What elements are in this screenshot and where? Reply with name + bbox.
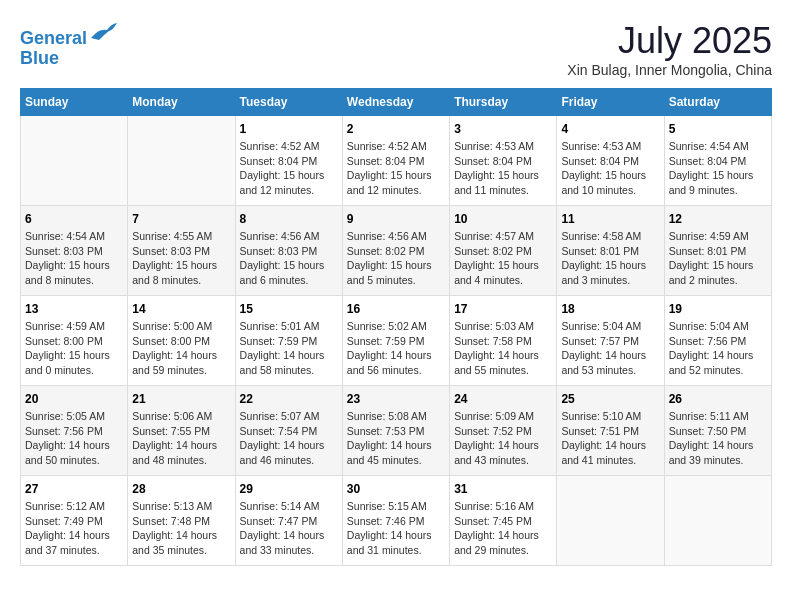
weekday-header-row: SundayMondayTuesdayWednesdayThursdayFrid… — [21, 89, 772, 116]
day-number: 7 — [132, 212, 230, 226]
day-number: 1 — [240, 122, 338, 136]
day-number: 12 — [669, 212, 767, 226]
day-info: Sunrise: 4:53 AMSunset: 8:04 PMDaylight:… — [454, 139, 552, 198]
calendar-cell: 2Sunrise: 4:52 AMSunset: 8:04 PMDaylight… — [342, 116, 449, 206]
day-number: 9 — [347, 212, 445, 226]
day-number: 22 — [240, 392, 338, 406]
day-number: 18 — [561, 302, 659, 316]
day-number: 3 — [454, 122, 552, 136]
day-info: Sunrise: 5:12 AMSunset: 7:49 PMDaylight:… — [25, 499, 123, 558]
day-info: Sunrise: 5:11 AMSunset: 7:50 PMDaylight:… — [669, 409, 767, 468]
weekday-header-thursday: Thursday — [450, 89, 557, 116]
calendar-cell: 15Sunrise: 5:01 AMSunset: 7:59 PMDayligh… — [235, 296, 342, 386]
calendar-cell: 4Sunrise: 4:53 AMSunset: 8:04 PMDaylight… — [557, 116, 664, 206]
day-number: 6 — [25, 212, 123, 226]
weekday-header-sunday: Sunday — [21, 89, 128, 116]
calendar-cell: 5Sunrise: 4:54 AMSunset: 8:04 PMDaylight… — [664, 116, 771, 206]
week-row-1: 1Sunrise: 4:52 AMSunset: 8:04 PMDaylight… — [21, 116, 772, 206]
week-row-2: 6Sunrise: 4:54 AMSunset: 8:03 PMDaylight… — [21, 206, 772, 296]
weekday-header-saturday: Saturday — [664, 89, 771, 116]
calendar-cell: 11Sunrise: 4:58 AMSunset: 8:01 PMDayligh… — [557, 206, 664, 296]
weekday-header-friday: Friday — [557, 89, 664, 116]
logo: GeneralBlue — [20, 20, 119, 69]
day-info: Sunrise: 4:53 AMSunset: 8:04 PMDaylight:… — [561, 139, 659, 198]
day-info: Sunrise: 5:14 AMSunset: 7:47 PMDaylight:… — [240, 499, 338, 558]
calendar-cell — [21, 116, 128, 206]
calendar-cell: 12Sunrise: 4:59 AMSunset: 8:01 PMDayligh… — [664, 206, 771, 296]
day-number: 30 — [347, 482, 445, 496]
day-number: 24 — [454, 392, 552, 406]
calendar-cell — [664, 476, 771, 566]
calendar-cell: 28Sunrise: 5:13 AMSunset: 7:48 PMDayligh… — [128, 476, 235, 566]
logo-text: GeneralBlue — [20, 20, 119, 69]
day-info: Sunrise: 5:04 AMSunset: 7:56 PMDaylight:… — [669, 319, 767, 378]
day-number: 23 — [347, 392, 445, 406]
day-info: Sunrise: 4:59 AMSunset: 8:01 PMDaylight:… — [669, 229, 767, 288]
page-header: GeneralBlue July 2025 Xin Bulag, Inner M… — [20, 20, 772, 78]
day-info: Sunrise: 4:56 AMSunset: 8:02 PMDaylight:… — [347, 229, 445, 288]
calendar-cell: 22Sunrise: 5:07 AMSunset: 7:54 PMDayligh… — [235, 386, 342, 476]
day-info: Sunrise: 5:08 AMSunset: 7:53 PMDaylight:… — [347, 409, 445, 468]
day-number: 31 — [454, 482, 552, 496]
calendar-cell: 25Sunrise: 5:10 AMSunset: 7:51 PMDayligh… — [557, 386, 664, 476]
calendar-cell: 1Sunrise: 4:52 AMSunset: 8:04 PMDaylight… — [235, 116, 342, 206]
day-number: 10 — [454, 212, 552, 226]
day-info: Sunrise: 4:59 AMSunset: 8:00 PMDaylight:… — [25, 319, 123, 378]
day-number: 25 — [561, 392, 659, 406]
calendar-cell: 13Sunrise: 4:59 AMSunset: 8:00 PMDayligh… — [21, 296, 128, 386]
calendar-cell — [128, 116, 235, 206]
calendar-cell: 8Sunrise: 4:56 AMSunset: 8:03 PMDaylight… — [235, 206, 342, 296]
calendar-cell: 16Sunrise: 5:02 AMSunset: 7:59 PMDayligh… — [342, 296, 449, 386]
day-info: Sunrise: 4:52 AMSunset: 8:04 PMDaylight:… — [347, 139, 445, 198]
day-info: Sunrise: 5:02 AMSunset: 7:59 PMDaylight:… — [347, 319, 445, 378]
calendar-cell: 31Sunrise: 5:16 AMSunset: 7:45 PMDayligh… — [450, 476, 557, 566]
calendar-cell: 10Sunrise: 4:57 AMSunset: 8:02 PMDayligh… — [450, 206, 557, 296]
calendar-cell: 27Sunrise: 5:12 AMSunset: 7:49 PMDayligh… — [21, 476, 128, 566]
calendar-cell: 3Sunrise: 4:53 AMSunset: 8:04 PMDaylight… — [450, 116, 557, 206]
day-number: 11 — [561, 212, 659, 226]
day-number: 20 — [25, 392, 123, 406]
day-number: 13 — [25, 302, 123, 316]
day-info: Sunrise: 5:05 AMSunset: 7:56 PMDaylight:… — [25, 409, 123, 468]
calendar-cell: 26Sunrise: 5:11 AMSunset: 7:50 PMDayligh… — [664, 386, 771, 476]
week-row-5: 27Sunrise: 5:12 AMSunset: 7:49 PMDayligh… — [21, 476, 772, 566]
day-number: 27 — [25, 482, 123, 496]
day-number: 15 — [240, 302, 338, 316]
calendar-cell: 30Sunrise: 5:15 AMSunset: 7:46 PMDayligh… — [342, 476, 449, 566]
week-row-4: 20Sunrise: 5:05 AMSunset: 7:56 PMDayligh… — [21, 386, 772, 476]
calendar-table: SundayMondayTuesdayWednesdayThursdayFrid… — [20, 88, 772, 566]
day-info: Sunrise: 4:55 AMSunset: 8:03 PMDaylight:… — [132, 229, 230, 288]
day-info: Sunrise: 4:54 AMSunset: 8:04 PMDaylight:… — [669, 139, 767, 198]
day-info: Sunrise: 5:00 AMSunset: 8:00 PMDaylight:… — [132, 319, 230, 378]
day-number: 16 — [347, 302, 445, 316]
calendar-cell — [557, 476, 664, 566]
day-number: 14 — [132, 302, 230, 316]
day-number: 8 — [240, 212, 338, 226]
title-area: July 2025 Xin Bulag, Inner Mongolia, Chi… — [567, 20, 772, 78]
day-info: Sunrise: 5:10 AMSunset: 7:51 PMDaylight:… — [561, 409, 659, 468]
day-info: Sunrise: 4:58 AMSunset: 8:01 PMDaylight:… — [561, 229, 659, 288]
weekday-header-wednesday: Wednesday — [342, 89, 449, 116]
calendar-cell: 9Sunrise: 4:56 AMSunset: 8:02 PMDaylight… — [342, 206, 449, 296]
day-number: 26 — [669, 392, 767, 406]
day-number: 21 — [132, 392, 230, 406]
day-info: Sunrise: 5:07 AMSunset: 7:54 PMDaylight:… — [240, 409, 338, 468]
day-info: Sunrise: 4:56 AMSunset: 8:03 PMDaylight:… — [240, 229, 338, 288]
day-info: Sunrise: 5:16 AMSunset: 7:45 PMDaylight:… — [454, 499, 552, 558]
day-info: Sunrise: 5:04 AMSunset: 7:57 PMDaylight:… — [561, 319, 659, 378]
month-title: July 2025 — [567, 20, 772, 62]
location: Xin Bulag, Inner Mongolia, China — [567, 62, 772, 78]
day-info: Sunrise: 5:01 AMSunset: 7:59 PMDaylight:… — [240, 319, 338, 378]
day-info: Sunrise: 5:09 AMSunset: 7:52 PMDaylight:… — [454, 409, 552, 468]
day-number: 2 — [347, 122, 445, 136]
day-info: Sunrise: 4:52 AMSunset: 8:04 PMDaylight:… — [240, 139, 338, 198]
calendar-cell: 7Sunrise: 4:55 AMSunset: 8:03 PMDaylight… — [128, 206, 235, 296]
calendar-cell: 24Sunrise: 5:09 AMSunset: 7:52 PMDayligh… — [450, 386, 557, 476]
calendar-cell: 23Sunrise: 5:08 AMSunset: 7:53 PMDayligh… — [342, 386, 449, 476]
day-info: Sunrise: 5:06 AMSunset: 7:55 PMDaylight:… — [132, 409, 230, 468]
day-number: 28 — [132, 482, 230, 496]
calendar-cell: 17Sunrise: 5:03 AMSunset: 7:58 PMDayligh… — [450, 296, 557, 386]
calendar-cell: 19Sunrise: 5:04 AMSunset: 7:56 PMDayligh… — [664, 296, 771, 386]
day-info: Sunrise: 5:03 AMSunset: 7:58 PMDaylight:… — [454, 319, 552, 378]
calendar-cell: 14Sunrise: 5:00 AMSunset: 8:00 PMDayligh… — [128, 296, 235, 386]
